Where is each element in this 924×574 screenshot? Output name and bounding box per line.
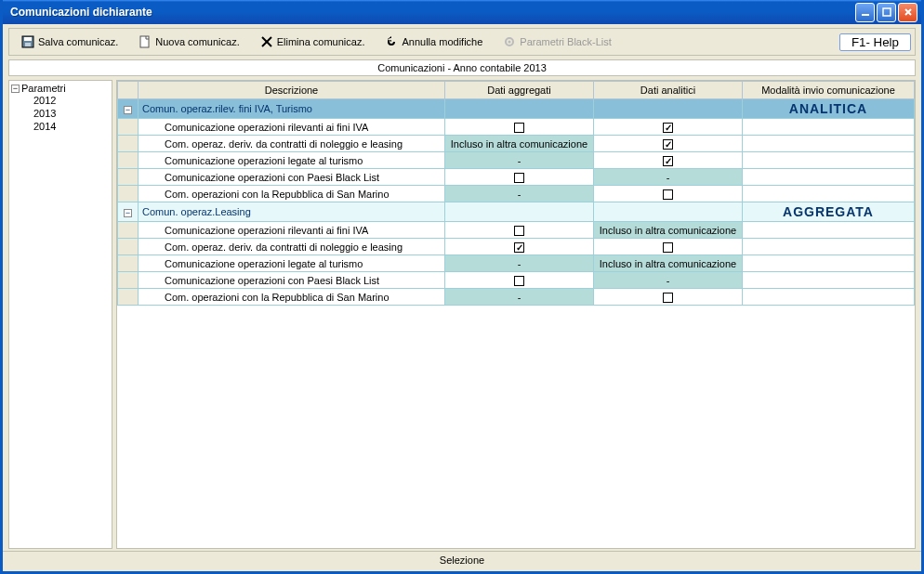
row-handle [118, 186, 139, 202]
row-handle [118, 255, 139, 272]
tree-root[interactable]: − Parametri [11, 83, 110, 94]
cell-mode [743, 152, 915, 169]
svg-rect-6 [25, 43, 31, 46]
group-toggle[interactable]: − [118, 99, 139, 119]
cell-agg[interactable]: - [445, 255, 594, 272]
row-desc[interactable]: Comunicazione operazioni con Paesi Black… [139, 272, 445, 289]
cell-mode [743, 289, 915, 306]
row-desc[interactable]: Comunicazione operazioni rilevanti ai fi… [139, 119, 445, 136]
row-desc[interactable]: Com. operazioni con la Repubblica di San… [139, 289, 445, 306]
cell-agg[interactable]: - [445, 186, 594, 202]
cell-ana[interactable] [594, 289, 743, 306]
save-icon [21, 35, 34, 48]
cell-agg[interactable]: - [445, 152, 594, 169]
group-title[interactable]: Comun. operaz.Leasing [139, 202, 445, 222]
minimize-button[interactable] [855, 3, 875, 22]
cell-ana[interactable] [594, 186, 743, 202]
tree-item-2013[interactable]: 2013 [33, 107, 110, 120]
delete-button[interactable]: Elimina comunicaz. [252, 33, 374, 51]
row-desc[interactable]: Com. operazioni con la Repubblica di San… [139, 186, 445, 202]
checkbox-checked[interactable] [514, 242, 524, 253]
col-ana[interactable]: Dati analitici [594, 82, 743, 99]
cell-ana[interactable]: Incluso in altra comunicazione [594, 255, 743, 272]
checkbox-unchecked[interactable] [663, 293, 673, 303]
row-desc[interactable]: Com. operaz. deriv. da contratti di nole… [139, 136, 445, 152]
checkbox-checked[interactable] [663, 156, 673, 166]
save-button[interactable]: Salva comunicaz. [13, 33, 126, 51]
tree-item-2012[interactable]: 2012 [33, 94, 110, 107]
col-agg[interactable]: Dati aggregati [445, 82, 594, 99]
checkbox-checked[interactable] [663, 139, 673, 150]
cell-ana[interactable]: - [594, 169, 743, 186]
group-agg [445, 99, 594, 119]
subtitle-label: Comunicazioni - Anno contabile 2013 [377, 62, 547, 73]
cell-mode [743, 186, 915, 202]
window-title: Comunicazioni dichiarante [10, 6, 853, 19]
row-handle [118, 136, 139, 152]
cell-ana[interactable] [594, 152, 743, 169]
row-handle [118, 239, 139, 255]
new-button[interactable]: Nuova comunicaz. [130, 33, 248, 51]
checkbox-unchecked[interactable] [514, 226, 524, 236]
data-grid[interactable]: Descrizione Dati aggregati Dati analitic… [117, 81, 915, 306]
row-handle [118, 169, 139, 186]
undo-button[interactable]: Annulla modifiche [376, 33, 491, 51]
row-desc[interactable]: Comunicazione operazioni con Paesi Black… [139, 169, 445, 186]
cell-ana[interactable]: Incluso in altra comunicazione [594, 222, 743, 239]
undo-icon [385, 35, 398, 48]
group-toggle[interactable]: − [118, 202, 139, 222]
gear-icon [503, 35, 516, 48]
cell-agg[interactable] [445, 222, 594, 239]
group-ana [594, 99, 743, 119]
minimize-icon [861, 7, 870, 17]
row-handle [118, 222, 139, 239]
cell-ana[interactable] [594, 239, 743, 255]
tree-items: 201220132014 [11, 94, 110, 133]
close-icon [904, 7, 913, 17]
checkbox-unchecked[interactable] [663, 189, 673, 200]
tree-item-2014[interactable]: 2014 [33, 120, 110, 133]
help-button[interactable]: F1- Help [839, 33, 911, 51]
row-desc[interactable]: Comunicazione operazioni rilevanti ai fi… [139, 222, 445, 239]
svg-rect-0 [862, 14, 869, 16]
cell-mode [743, 222, 915, 239]
collapse-icon[interactable]: − [11, 85, 20, 93]
cell-agg[interactable] [445, 169, 594, 186]
new-icon [139, 35, 152, 48]
new-label: Nuova comunicaz. [155, 36, 240, 47]
group-mode[interactable]: AGGREGATA [743, 202, 915, 222]
maximize-icon [882, 7, 891, 17]
cell-ana[interactable] [594, 136, 743, 152]
tree-root-label: Parametri [21, 83, 66, 94]
checkbox-unchecked[interactable] [663, 242, 673, 253]
cell-mode [743, 136, 915, 152]
cell-agg[interactable] [445, 119, 594, 136]
group-title[interactable]: Comun. operaz.rilev. fini IVA, Turismo [139, 99, 445, 119]
cell-mode [743, 255, 915, 272]
cell-mode [743, 239, 915, 255]
checkbox-checked[interactable] [663, 123, 673, 133]
group-mode[interactable]: ANALITICA [743, 99, 915, 119]
checkbox-unchecked[interactable] [514, 173, 524, 183]
row-handle [118, 119, 139, 136]
checkbox-unchecked[interactable] [514, 123, 524, 133]
cell-ana[interactable]: - [594, 272, 743, 289]
row-desc[interactable]: Comunicazione operazioni legate al turis… [139, 255, 445, 272]
cell-agg[interactable]: Incluso in altra comunicazione [445, 136, 594, 152]
toolbar: Salva comunicaz. Nuova comunicaz. Elimin… [8, 28, 916, 56]
cell-agg[interactable]: - [445, 289, 594, 306]
cell-mode [743, 119, 915, 136]
cell-agg[interactable] [445, 272, 594, 289]
row-desc[interactable]: Comunicazione operazioni legate al turis… [139, 152, 445, 169]
col-desc[interactable]: Descrizione [139, 82, 445, 99]
parameters-tree[interactable]: − Parametri 201220132014 [8, 80, 112, 549]
close-button[interactable] [898, 3, 917, 22]
checkbox-unchecked[interactable] [514, 276, 524, 286]
row-desc[interactable]: Com. operaz. deriv. da contratti di nole… [139, 239, 445, 255]
cell-mode [743, 272, 915, 289]
cell-ana[interactable] [594, 119, 743, 136]
svg-rect-5 [24, 37, 32, 41]
cell-agg[interactable] [445, 239, 594, 255]
col-mod[interactable]: Modalità invio comunicazione [743, 82, 915, 99]
maximize-button[interactable] [877, 3, 896, 22]
